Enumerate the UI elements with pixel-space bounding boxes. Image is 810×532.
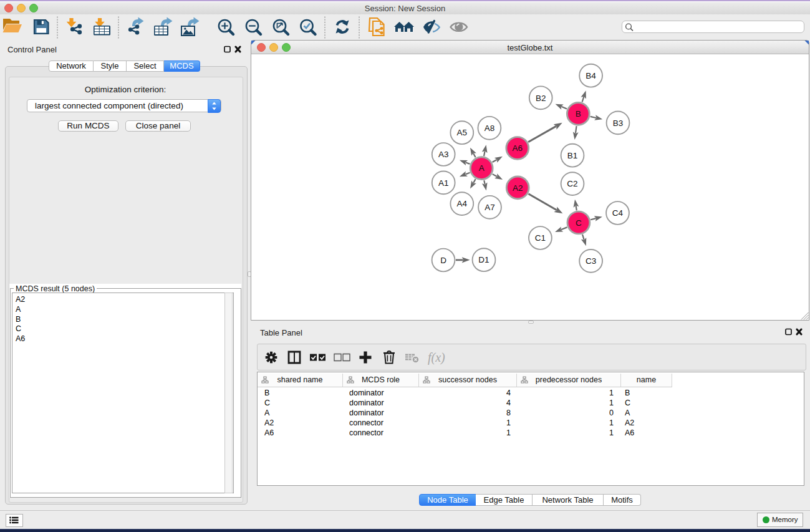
svg-text:A3: A3 [438, 150, 449, 159]
svg-text:B: B [576, 109, 581, 118]
svg-text:B2: B2 [536, 94, 546, 103]
svg-text:C1: C1 [535, 233, 546, 243]
svg-text:D1: D1 [478, 255, 489, 264]
svg-text:B3: B3 [613, 118, 624, 128]
svg-text:A6: A6 [513, 143, 523, 153]
svg-text:C2: C2 [567, 179, 577, 188]
svg-text:C3: C3 [586, 256, 596, 266]
svg-text:A4: A4 [457, 199, 468, 208]
svg-text:C4: C4 [612, 208, 624, 218]
svg-text:A: A [479, 163, 485, 173]
svg-text:f(x): f(x) [428, 351, 445, 365]
svg-text:A5: A5 [457, 128, 468, 137]
svg-text:A2: A2 [513, 183, 523, 193]
svg-text:C: C [576, 218, 582, 228]
svg-text:B1: B1 [567, 151, 578, 160]
svg-text:A8: A8 [485, 123, 495, 133]
svg-text:A7: A7 [485, 203, 495, 212]
svg-text:B4: B4 [586, 71, 596, 80]
svg-text:A1: A1 [438, 178, 449, 188]
svg-text:D: D [440, 256, 446, 265]
